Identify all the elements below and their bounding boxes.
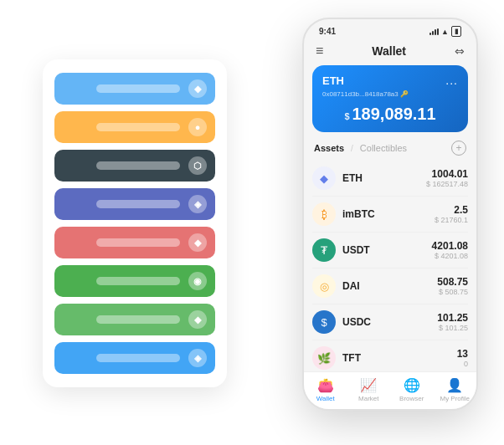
asset-row[interactable]: ₿imBTC2.5$ 21760.1 bbox=[312, 197, 468, 233]
asset-name-usdt: USDT bbox=[342, 244, 432, 256]
asset-usd-tft: 0 bbox=[457, 360, 468, 368]
card-item-label bbox=[96, 238, 180, 247]
asset-usd-usdc: $ 101.25 bbox=[437, 324, 468, 332]
nav-label-my-profile: My Profile bbox=[440, 395, 470, 402]
nav-item-wallet[interactable]: 👛Wallet bbox=[304, 377, 347, 402]
tab-assets[interactable]: Assets bbox=[314, 143, 344, 153]
card-item-icon: ◆ bbox=[188, 310, 207, 329]
asset-icon-usdt: ₮ bbox=[312, 238, 336, 262]
asset-icon-tft: 🌿 bbox=[312, 346, 336, 370]
asset-row[interactable]: ₮USDT4201.08$ 4201.08 bbox=[312, 233, 468, 269]
header-title: Wallet bbox=[372, 44, 406, 58]
nav-item-browser[interactable]: 🌐Browser bbox=[390, 377, 434, 402]
asset-icon-eth: ◆ bbox=[312, 166, 336, 190]
card-item[interactable]: ◈ bbox=[54, 342, 215, 374]
card-item-icon: ◈ bbox=[188, 195, 207, 213]
battery-icon: ▮ bbox=[451, 26, 461, 37]
asset-balance-usdt: 4201.08 bbox=[432, 240, 468, 252]
card-item-label bbox=[96, 200, 180, 208]
asset-row[interactable]: $USDC101.25$ 101.25 bbox=[312, 304, 468, 340]
asset-amounts-dai: 508.75$ 508.75 bbox=[437, 276, 468, 296]
add-asset-button[interactable]: + bbox=[451, 141, 466, 156]
asset-name-dai: DAI bbox=[342, 280, 437, 292]
card-item-icon: ● bbox=[188, 118, 207, 136]
asset-name-imbtc: imBTC bbox=[342, 208, 435, 220]
card-item[interactable]: ● bbox=[54, 111, 215, 143]
eth-card-address: 0x08711d3b...8418a78a3 🔑 bbox=[322, 90, 458, 98]
nav-icon-market: 📈 bbox=[360, 377, 377, 393]
card-item-icon: ◆ bbox=[188, 233, 207, 252]
card-item-icon: ◆ bbox=[188, 79, 207, 98]
asset-name-tft: TFT bbox=[342, 352, 457, 364]
asset-icon-dai: ◎ bbox=[312, 274, 336, 298]
asset-usd-usdt: $ 4201.08 bbox=[432, 252, 468, 260]
asset-icon-usdc: $ bbox=[312, 310, 336, 334]
card-item[interactable]: ◆ bbox=[54, 304, 215, 335]
asset-list: ◆ETH1004.01$ 162517.48₿imBTC2.5$ 21760.1… bbox=[304, 161, 476, 371]
asset-row[interactable]: ◎DAI508.75$ 508.75 bbox=[312, 269, 468, 304]
tab-collectibles[interactable]: Collectibles bbox=[360, 143, 407, 153]
phone: 9:41 ▲ ▮ ≡ Wallet ⇔ ETH ... 0x08711d bbox=[302, 18, 478, 411]
tab-separator: / bbox=[351, 144, 353, 153]
card-item[interactable]: ⬡ bbox=[54, 150, 215, 182]
status-icons: ▲ ▮ bbox=[429, 26, 461, 37]
asset-row[interactable]: ◆ETH1004.01$ 162517.48 bbox=[312, 161, 468, 197]
signal-icon bbox=[429, 28, 439, 35]
card-item-label bbox=[96, 354, 180, 362]
assets-tabs: Assets / Collectibles + bbox=[304, 139, 476, 161]
tabs-left: Assets / Collectibles bbox=[314, 143, 407, 153]
asset-amounts-usdc: 101.25$ 101.25 bbox=[437, 312, 468, 332]
card-item-icon: ⬡ bbox=[188, 156, 207, 175]
asset-balance-eth: 1004.01 bbox=[426, 168, 468, 180]
asset-amounts-tft: 130 bbox=[457, 348, 468, 368]
eth-card-balance: $189,089.11 bbox=[322, 105, 458, 124]
scene: ◆●⬡◈◆◉◆◈ 9:41 ▲ ▮ ≡ Wallet ⇔ ETH bbox=[9, 9, 495, 436]
status-bar: 9:41 ▲ ▮ bbox=[304, 19, 476, 40]
asset-balance-tft: 13 bbox=[457, 348, 468, 360]
wifi-icon: ▲ bbox=[441, 28, 449, 36]
asset-balance-imbtc: 2.5 bbox=[435, 204, 468, 216]
asset-icon-imbtc: ₿ bbox=[312, 202, 336, 226]
time-display: 9:41 bbox=[319, 27, 336, 36]
card-item[interactable]: ◈ bbox=[54, 188, 215, 220]
nav-label-market: Market bbox=[358, 395, 378, 402]
eth-card: ETH ... 0x08711d3b...8418a78a3 🔑 $189,08… bbox=[312, 65, 468, 132]
asset-row[interactable]: 🌿TFT130 bbox=[312, 340, 468, 371]
asset-amounts-imbtc: 2.5$ 21760.1 bbox=[435, 204, 468, 224]
eth-card-menu[interactable]: ... bbox=[445, 74, 458, 87]
asset-balance-usdc: 101.25 bbox=[437, 312, 468, 324]
asset-name-eth: ETH bbox=[342, 172, 426, 184]
nav-icon-browser: 🌐 bbox=[404, 377, 420, 393]
nav-label-browser: Browser bbox=[399, 395, 424, 402]
asset-amounts-usdt: 4201.08$ 4201.08 bbox=[432, 240, 468, 260]
asset-usd-dai: $ 508.75 bbox=[437, 288, 468, 296]
card-item-label bbox=[96, 84, 180, 93]
balance-amount: 189,089.11 bbox=[352, 105, 436, 123]
eth-card-name: ETH bbox=[322, 74, 344, 87]
card-item-label bbox=[96, 315, 180, 324]
asset-usd-eth: $ 162517.48 bbox=[426, 180, 468, 188]
card-item[interactable]: ◉ bbox=[54, 265, 215, 297]
menu-icon[interactable]: ≡ bbox=[316, 43, 323, 59]
card-item-label bbox=[96, 123, 180, 131]
eth-card-top: ETH ... bbox=[322, 74, 458, 87]
asset-name-usdc: USDC bbox=[342, 316, 437, 328]
nav-item-market[interactable]: 📈Market bbox=[347, 377, 391, 402]
card-item-label bbox=[96, 277, 180, 285]
card-item-label bbox=[96, 161, 180, 170]
phone-header: ≡ Wallet ⇔ bbox=[304, 40, 476, 65]
nav-item-my-profile[interactable]: 👤My Profile bbox=[434, 377, 477, 402]
card-item[interactable]: ◆ bbox=[54, 227, 215, 258]
nav-icon-my-profile: 👤 bbox=[446, 377, 463, 393]
nav-icon-wallet: 👛 bbox=[317, 377, 334, 393]
asset-usd-imbtc: $ 21760.1 bbox=[435, 216, 468, 224]
card-item[interactable]: ◆ bbox=[54, 73, 215, 105]
scan-icon[interactable]: ⇔ bbox=[455, 44, 465, 58]
nav-label-wallet: Wallet bbox=[316, 395, 335, 402]
bottom-nav: 👛Wallet📈Market🌐Browser👤My Profile bbox=[304, 371, 476, 409]
card-stack: ◆●⬡◈◆◉◆◈ bbox=[43, 59, 227, 387]
asset-amounts-eth: 1004.01$ 162517.48 bbox=[426, 168, 468, 188]
currency-symbol: $ bbox=[344, 111, 349, 121]
card-item-icon: ◈ bbox=[188, 349, 207, 367]
asset-balance-dai: 508.75 bbox=[437, 276, 468, 288]
